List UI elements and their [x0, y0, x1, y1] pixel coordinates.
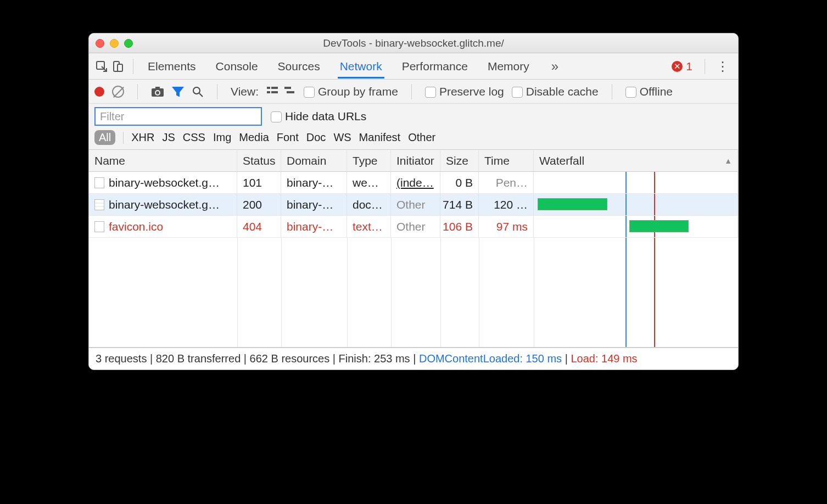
waterfall-bar — [629, 220, 689, 232]
waterfall-bar — [538, 198, 607, 210]
status-resources: 662 B resources — [250, 352, 330, 365]
panel-tab-strip: Elements Console Sources Network Perform… — [89, 53, 738, 80]
requests-table: Name Status Domain Type Initiator Size T… — [89, 150, 738, 348]
cell-status: 404 — [237, 216, 281, 238]
svg-rect-2 — [118, 64, 122, 71]
titlebar: DevTools - binary-websocket.glitch.me/ — [89, 33, 738, 53]
cell-initiator: Other — [391, 216, 440, 238]
separator — [123, 132, 124, 144]
cell-domain: binary-… — [281, 216, 347, 238]
tab-elements[interactable]: Elements — [146, 54, 198, 79]
network-toolbar: View: Group by frame Preserve log Disabl… — [89, 80, 738, 104]
cell-type: text… — [347, 216, 391, 238]
tab-performance[interactable]: Performance — [400, 54, 470, 79]
search-icon[interactable] — [192, 86, 204, 98]
offline-checkbox[interactable]: Offline — [625, 85, 673, 98]
filter-ws[interactable]: WS — [333, 131, 351, 144]
col-time[interactable]: Time — [479, 150, 534, 172]
cell-time: 97 ms — [479, 216, 534, 238]
disable-cache-checkbox[interactable]: Disable cache — [512, 85, 599, 98]
separator — [133, 59, 133, 74]
cell-name: binary-websocket.g… — [89, 194, 237, 216]
col-status[interactable]: Status — [237, 150, 281, 172]
svg-rect-5 — [155, 87, 160, 89]
window-title: DevTools - binary-websocket.glitch.me/ — [89, 37, 738, 49]
hide-data-urls-checkbox[interactable]: Hide data URLs — [271, 110, 366, 123]
more-tabs-icon[interactable]: » — [547, 59, 563, 74]
status-dcl: DOMContentLoaded: 150 ms — [419, 352, 562, 365]
cell-status: 101 — [237, 172, 281, 194]
filter-manifest[interactable]: Manifest — [359, 131, 401, 144]
file-icon — [94, 221, 104, 232]
table-empty-area — [89, 238, 738, 348]
col-waterfall[interactable]: Waterfall — [534, 150, 738, 172]
separator — [217, 84, 217, 99]
file-icon — [94, 199, 104, 210]
col-initiator[interactable]: Initiator — [391, 150, 440, 172]
filter-js[interactable]: JS — [162, 131, 175, 144]
large-rows-icon[interactable] — [266, 85, 278, 98]
status-finish: Finish: 253 ms — [339, 352, 410, 365]
tab-console[interactable]: Console — [214, 54, 260, 79]
svg-rect-10 — [271, 91, 278, 93]
cell-waterfall — [534, 172, 738, 194]
screenshot-icon[interactable] — [151, 86, 164, 97]
svg-rect-12 — [287, 91, 294, 93]
tab-sources[interactable]: Sources — [276, 54, 322, 79]
svg-rect-7 — [267, 87, 270, 89]
cell-size: 0 B — [440, 172, 479, 194]
cell-time: 120 … — [479, 194, 534, 216]
tab-network[interactable]: Network — [338, 54, 384, 79]
filter-xhr[interactable]: XHR — [131, 131, 154, 144]
cell-time: Pen… — [479, 172, 534, 194]
type-filter-bar: All XHR JS CSS Img Media Font Doc WS Man… — [89, 127, 738, 150]
filter-css[interactable]: CSS — [183, 131, 205, 144]
svg-rect-9 — [267, 91, 270, 93]
error-badge[interactable]: ✕ 1 — [672, 60, 692, 73]
cell-domain: binary-… — [281, 194, 347, 216]
cell-initiator: Other — [391, 194, 440, 216]
preserve-log-checkbox[interactable]: Preserve log — [425, 85, 504, 98]
filter-input[interactable] — [94, 107, 262, 126]
tab-memory[interactable]: Memory — [485, 54, 532, 79]
device-toolbar-icon[interactable] — [111, 59, 125, 74]
filter-all[interactable]: All — [94, 130, 115, 145]
filter-media[interactable]: Media — [239, 131, 269, 144]
cell-size: 714 B — [440, 194, 479, 216]
filter-other[interactable]: Other — [408, 131, 435, 144]
separator — [612, 84, 612, 99]
svg-rect-11 — [284, 87, 291, 89]
cell-type: doc… — [347, 194, 391, 216]
col-size[interactable]: Size — [440, 150, 479, 172]
cell-waterfall — [534, 216, 738, 238]
separator — [705, 59, 705, 74]
filter-toggle-icon[interactable] — [172, 86, 184, 98]
separator — [137, 84, 138, 99]
error-count: 1 — [686, 60, 692, 73]
status-transferred: 820 B transferred — [156, 352, 241, 365]
file-icon — [94, 177, 104, 188]
cell-domain: binary-… — [281, 172, 347, 194]
inspect-element-icon[interactable] — [94, 59, 109, 74]
filter-font[interactable]: Font — [277, 131, 299, 144]
separator — [411, 84, 412, 99]
svg-point-6 — [193, 87, 200, 94]
settings-menu-icon[interactable]: ⋮ — [713, 59, 733, 74]
cell-waterfall — [534, 194, 738, 216]
status-bar: 3 requests | 820 B transferred | 662 B r… — [89, 348, 738, 369]
col-name[interactable]: Name — [89, 150, 237, 172]
panel-tabs: Elements Console Sources Network Perform… — [141, 54, 665, 79]
overview-icon[interactable] — [284, 85, 296, 98]
svg-rect-8 — [271, 87, 278, 89]
status-load: Load: 149 ms — [571, 352, 637, 365]
view-label: View: — [231, 85, 259, 98]
col-domain[interactable]: Domain — [281, 150, 347, 172]
filter-img[interactable]: Img — [213, 131, 231, 144]
col-type[interactable]: Type — [347, 150, 391, 172]
filter-doc[interactable]: Doc — [306, 131, 326, 144]
group-by-frame-checkbox[interactable]: Group by frame — [304, 85, 398, 98]
clear-button[interactable] — [112, 86, 124, 98]
record-button[interactable] — [94, 87, 104, 97]
cell-status: 200 — [237, 194, 281, 216]
cell-initiator: (inde… — [391, 172, 440, 194]
